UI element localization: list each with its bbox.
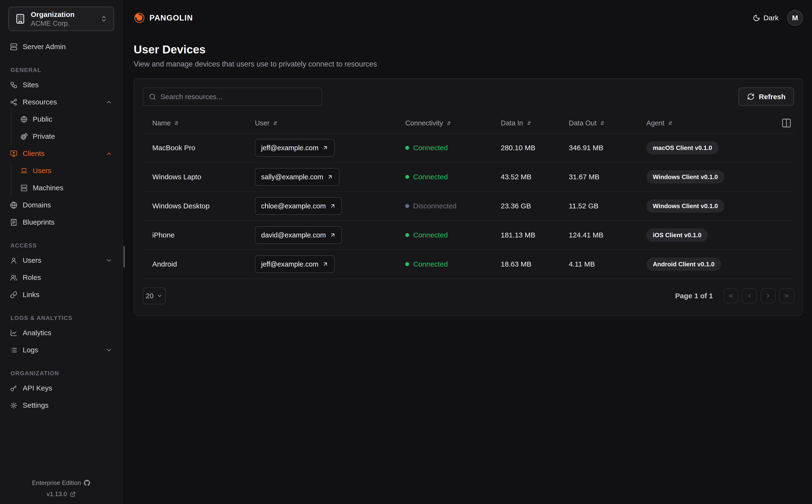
globe-icon: [21, 116, 27, 123]
search-box: [143, 87, 322, 106]
sidebar-item-label: Links: [23, 291, 39, 299]
data-out-cell: 31.67 MB: [559, 173, 637, 181]
org-text: Organization ACME Corp.: [31, 10, 95, 28]
sidebar-item-label: Private: [33, 132, 55, 140]
sort-icon[interactable]: [668, 120, 673, 126]
agent-cell: iOS Client v0.1.0: [637, 228, 751, 242]
agent-badge: Windows Client v0.1.0: [646, 170, 724, 184]
refresh-label: Refresh: [759, 93, 786, 101]
device-name: MacBook Pro: [143, 144, 245, 152]
clients-subnav: Users Machines: [11, 162, 122, 196]
columns-icon[interactable]: [781, 118, 792, 128]
list-icon: [10, 346, 17, 354]
arrow-up-right-icon: [322, 145, 328, 151]
main-area: PANGOLIN Dark M User Devices View and ma…: [123, 0, 812, 504]
sidebar-item-label: Public: [33, 115, 52, 123]
prev-page-button[interactable]: [742, 288, 757, 303]
column-header-data-out[interactable]: Data Out: [559, 119, 637, 127]
refresh-button[interactable]: Refresh: [739, 87, 794, 106]
user-link-button[interactable]: jeff@example.com: [255, 255, 335, 273]
section-label-logs-analytics: LOGS & ANALYTICS: [0, 315, 122, 321]
avatar[interactable]: M: [787, 10, 803, 26]
data-in-cell: 181.13 MB: [491, 231, 559, 239]
theme-toggle[interactable]: Dark: [753, 14, 779, 22]
sidebar-item-api-keys[interactable]: API Keys: [0, 380, 122, 397]
chart-line-icon: [10, 329, 17, 337]
column-header-user[interactable]: User: [245, 119, 396, 127]
user-cell: david@example.com: [245, 226, 396, 244]
chevrons-left-icon: [728, 293, 734, 299]
sidebar-item-resources[interactable]: Resources: [0, 93, 122, 111]
page-subtitle: View and manage devices that users use t…: [134, 60, 803, 68]
data-out-cell: 11.52 GB: [559, 202, 637, 210]
user-link-button[interactable]: jeff@example.com: [255, 139, 335, 157]
user-icon: [10, 257, 17, 264]
search-input[interactable]: [160, 93, 316, 101]
status-badge: Connected: [405, 231, 448, 239]
sort-icon[interactable]: [273, 120, 278, 126]
last-page-button[interactable]: [779, 288, 794, 303]
sidebar-item-users[interactable]: Users: [0, 252, 122, 269]
sidebar-item-public[interactable]: Public: [11, 111, 122, 128]
chevrons-right-icon: [783, 293, 790, 299]
arrow-up-right-icon: [322, 261, 328, 267]
sidebar-item-logs[interactable]: Logs: [0, 341, 122, 359]
sidebar-item-analytics[interactable]: Analytics: [0, 324, 122, 341]
sidebar: Organization ACME Corp. Server Admin GEN…: [0, 0, 123, 504]
sidebar-footer: Enterprise Edition v1.13.0: [0, 475, 122, 498]
sidebar-item-domains[interactable]: Domains: [0, 196, 122, 214]
sidebar-scrollbar[interactable]: [123, 246, 125, 267]
sidebar-item-server-admin[interactable]: Server Admin: [0, 38, 122, 55]
workflow-icon: [10, 81, 17, 89]
sidebar-item-label: Settings: [23, 401, 48, 409]
sidebar-item-label: Roles: [23, 273, 41, 282]
receipt-icon: [10, 219, 17, 226]
table-footer: 20 Page 1 of 1: [143, 288, 794, 304]
sidebar-item-roles[interactable]: Roles: [0, 269, 122, 286]
chevron-down-icon: [157, 293, 162, 299]
external-link-icon: [70, 491, 76, 497]
user-cell: jeff@example.com: [245, 255, 396, 273]
sidebar-item-blueprints[interactable]: Blueprints: [0, 214, 122, 231]
sidebar-item-label: Logs: [23, 346, 38, 354]
sidebar-item-settings[interactable]: Settings: [0, 397, 122, 414]
device-name: Android: [143, 260, 245, 268]
column-header-data-in[interactable]: Data In: [491, 119, 559, 127]
next-page-button[interactable]: [761, 288, 776, 303]
sidebar-item-links[interactable]: Links: [0, 286, 122, 303]
sidebar-item-label: Server Admin: [23, 43, 66, 51]
device-name: Windows Desktop: [143, 202, 245, 210]
column-header-agent[interactable]: Agent: [637, 119, 751, 127]
sidebar-item-sites[interactable]: Sites: [0, 76, 122, 93]
column-header-connectivity[interactable]: Connectivity: [396, 119, 491, 127]
sort-icon[interactable]: [446, 120, 452, 126]
sort-icon[interactable]: [599, 120, 605, 126]
section-label-organization: ORGANIZATION: [0, 370, 122, 377]
org-selector[interactable]: Organization ACME Corp.: [8, 7, 114, 31]
sidebar-item-client-users[interactable]: Users: [11, 162, 122, 179]
sidebar-item-label: Analytics: [23, 329, 51, 337]
sidebar-item-clients[interactable]: Clients: [0, 145, 122, 162]
sidebar-item-private[interactable]: Private: [11, 128, 122, 145]
sidebar-item-label: Blueprints: [23, 218, 54, 226]
first-page-button[interactable]: [724, 288, 738, 303]
agent-cell: macOS Client v0.1.0: [637, 141, 751, 154]
version-line[interactable]: v1.13.0: [0, 490, 122, 498]
share-icon: [10, 98, 17, 106]
github-icon: [84, 480, 90, 486]
sort-icon[interactable]: [174, 120, 179, 126]
brand[interactable]: PANGOLIN: [134, 12, 193, 24]
table-row: Android jeff@example.com Connected 1: [143, 250, 794, 279]
status-badge: Connected: [405, 173, 448, 181]
sidebar-item-machines[interactable]: Machines: [11, 179, 122, 196]
refresh-icon: [747, 93, 755, 100]
status-badge: Connected: [405, 144, 448, 152]
column-header-name[interactable]: Name: [143, 119, 245, 127]
edition-line[interactable]: Enterprise Edition: [0, 479, 122, 487]
user-link-button[interactable]: chloe@example.com: [255, 197, 342, 215]
user-link-button[interactable]: david@example.com: [255, 226, 342, 244]
connectivity-cell: Disconnected: [396, 202, 491, 210]
page-size-select[interactable]: 20: [143, 288, 166, 304]
sort-icon[interactable]: [526, 120, 532, 126]
user-link-button[interactable]: sally@example.com: [255, 168, 339, 186]
